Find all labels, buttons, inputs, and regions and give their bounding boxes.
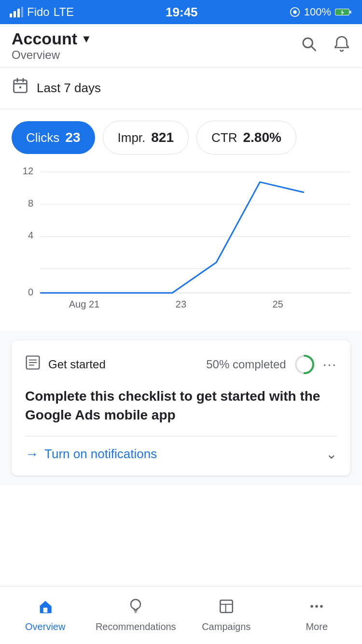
nav-item-recommendations[interactable]: Recommendations bbox=[91, 587, 181, 644]
svg-text:Aug 21: Aug 21 bbox=[69, 299, 100, 309]
svg-rect-36 bbox=[134, 611, 137, 612]
clicks-metric[interactable]: Clicks 23 bbox=[12, 121, 95, 154]
svg-text:0: 0 bbox=[28, 287, 33, 297]
nav-campaigns-label: Campaigns bbox=[202, 621, 251, 632]
card-header-right: 50% completed ··· bbox=[206, 354, 337, 375]
svg-rect-37 bbox=[135, 612, 137, 613]
header-title-group: Account ▼ Overview bbox=[12, 29, 92, 62]
account-subtitle: Overview bbox=[12, 48, 92, 62]
date-range-label: Last 7 days bbox=[37, 81, 101, 96]
card-action[interactable]: → Turn on notifications ⌄ bbox=[25, 436, 337, 462]
progress-ring bbox=[294, 354, 315, 375]
card-header: Get started 50% completed ··· bbox=[25, 354, 337, 375]
dropdown-arrow-icon: ▼ bbox=[81, 33, 92, 45]
account-title[interactable]: Account ▼ bbox=[12, 29, 92, 48]
impressions-value: 821 bbox=[151, 130, 174, 145]
network-type: LTE bbox=[54, 5, 74, 19]
chart-line bbox=[41, 182, 304, 293]
metrics-row: Clicks 23 Impr. 821 CTR 2.80% bbox=[0, 109, 362, 162]
nav-recommendations-label: Recommendations bbox=[96, 621, 176, 632]
svg-text:25: 25 bbox=[272, 299, 283, 309]
notification-icon[interactable] bbox=[333, 35, 350, 56]
svg-text:4: 4 bbox=[28, 230, 33, 240]
ctr-value: 2.80% bbox=[243, 130, 281, 145]
app-header: Account ▼ Overview bbox=[0, 24, 362, 68]
action-link[interactable]: → Turn on notifications bbox=[25, 447, 157, 462]
line-chart: 12 8 4 0 Aug 21 23 25 bbox=[12, 162, 350, 317]
svg-point-5 bbox=[293, 10, 296, 14]
svg-point-43 bbox=[320, 605, 323, 608]
completion-percentage: 50% completed bbox=[206, 358, 286, 371]
more-options-icon[interactable]: ··· bbox=[323, 357, 337, 372]
svg-line-11 bbox=[311, 46, 315, 50]
performance-chart: 12 8 4 0 Aug 21 23 25 bbox=[0, 162, 362, 331]
more-icon bbox=[308, 598, 325, 618]
svg-rect-35 bbox=[43, 608, 48, 613]
battery-icon bbox=[335, 7, 352, 17]
nav-item-campaigns[interactable]: Campaigns bbox=[181, 587, 272, 644]
impressions-metric[interactable]: Impr. 821 bbox=[103, 121, 189, 154]
nav-item-overview[interactable]: Overview bbox=[0, 587, 91, 644]
status-left: Fido LTE bbox=[10, 5, 74, 19]
get-started-card: Get started 50% completed ··· Complete t… bbox=[12, 340, 350, 476]
svg-rect-0 bbox=[10, 14, 12, 17]
svg-rect-2 bbox=[17, 9, 20, 17]
arrow-right-icon: → bbox=[25, 447, 39, 462]
checklist-icon bbox=[25, 355, 41, 374]
svg-point-42 bbox=[315, 605, 318, 608]
get-started-section: Get started 50% completed ··· Complete t… bbox=[0, 331, 362, 485]
nav-overview-label: Overview bbox=[25, 621, 65, 632]
status-bar: Fido LTE 19:45 100% bbox=[0, 0, 362, 24]
table-icon bbox=[218, 598, 235, 618]
ctr-label: CTR bbox=[211, 130, 237, 145]
carrier-label: Fido bbox=[27, 5, 50, 19]
chevron-down-icon[interactable]: ⌄ bbox=[326, 446, 337, 462]
impressions-label: Impr. bbox=[118, 130, 146, 145]
svg-rect-8 bbox=[349, 11, 351, 14]
status-right: 100% bbox=[290, 6, 352, 18]
get-started-title: Get started bbox=[48, 358, 106, 371]
home-icon bbox=[37, 598, 54, 618]
battery-label: 100% bbox=[304, 6, 331, 18]
clicks-label: Clicks bbox=[26, 130, 59, 145]
svg-text:23: 23 bbox=[176, 299, 186, 309]
calendar-icon bbox=[12, 77, 29, 99]
location-icon bbox=[290, 7, 300, 17]
card-header-left: Get started bbox=[25, 355, 106, 374]
nav-more-label: More bbox=[306, 621, 328, 632]
svg-point-41 bbox=[311, 605, 314, 608]
ctr-metric[interactable]: CTR 2.80% bbox=[196, 121, 296, 154]
header-actions bbox=[300, 35, 350, 56]
action-label: Turn on notifications bbox=[44, 447, 157, 462]
nav-item-more[interactable]: More bbox=[272, 587, 362, 644]
date-filter[interactable]: Last 7 days bbox=[0, 68, 362, 109]
card-body-text: Complete this checklist to get started w… bbox=[25, 387, 337, 424]
svg-text:12: 12 bbox=[23, 166, 33, 176]
bulb-icon bbox=[127, 598, 144, 618]
signal-icon bbox=[10, 7, 23, 17]
svg-rect-38 bbox=[220, 600, 233, 613]
svg-point-16 bbox=[19, 86, 22, 89]
bottom-navigation: Overview Recommendations Campaigns bbox=[0, 586, 362, 644]
status-time: 19:45 bbox=[166, 5, 198, 20]
clicks-value: 23 bbox=[65, 130, 80, 145]
search-icon[interactable] bbox=[300, 35, 318, 56]
svg-text:8: 8 bbox=[28, 198, 33, 209]
svg-rect-1 bbox=[14, 11, 16, 17]
svg-rect-3 bbox=[21, 7, 23, 17]
